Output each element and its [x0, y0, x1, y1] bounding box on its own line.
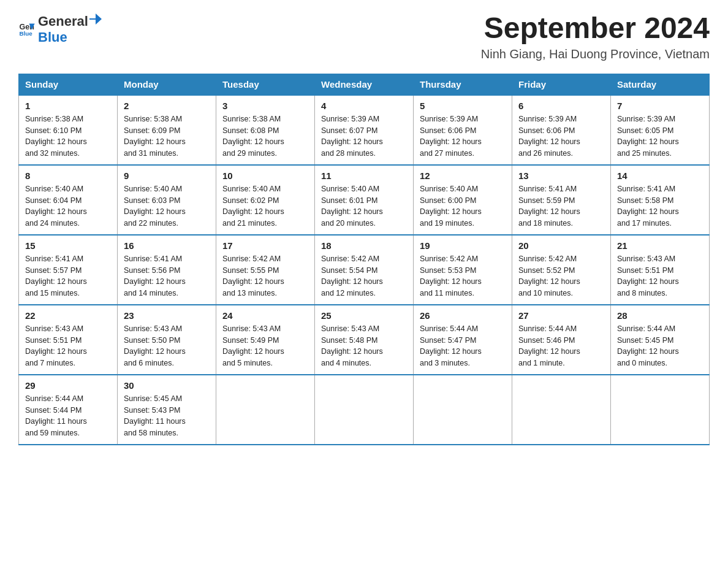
calendar-table: SundayMondayTuesdayWednesdayThursdayFrid… [18, 74, 710, 445]
calendar-cell: 16Sunrise: 5:41 AMSunset: 5:56 PMDayligh… [118, 235, 216, 305]
svg-marker-3 [89, 13, 102, 25]
day-info: Sunrise: 5:39 AMSunset: 6:06 PMDaylight:… [518, 113, 604, 159]
calendar-cell: 26Sunrise: 5:44 AMSunset: 5:47 PMDayligh… [414, 305, 512, 375]
month-title: September 2024 [481, 12, 710, 45]
calendar-cell: 9Sunrise: 5:40 AMSunset: 6:03 PMDaylight… [118, 165, 216, 235]
calendar-cell [315, 375, 414, 445]
day-number: 25 [321, 310, 407, 321]
calendar-cell: 27Sunrise: 5:44 AMSunset: 5:46 PMDayligh… [512, 305, 611, 375]
week-row-1: 1Sunrise: 5:38 AMSunset: 6:10 PMDaylight… [19, 95, 710, 165]
weekday-header-monday: Monday [118, 74, 216, 95]
day-info: Sunrise: 5:40 AMSunset: 6:00 PMDaylight:… [420, 183, 506, 229]
calendar-cell [216, 375, 315, 445]
day-number: 29 [25, 380, 111, 391]
day-info: Sunrise: 5:44 AMSunset: 5:45 PMDaylight:… [617, 323, 703, 369]
calendar-cell: 15Sunrise: 5:41 AMSunset: 5:57 PMDayligh… [19, 235, 118, 305]
day-number: 19 [420, 240, 506, 251]
title-area: September 2024 Ninh Giang, Hai Duong Pro… [481, 12, 710, 61]
day-number: 7 [617, 101, 703, 111]
day-number: 13 [518, 170, 604, 181]
header: Gen Blue General Blue September 2024 Nin… [18, 12, 710, 61]
day-info: Sunrise: 5:43 AMSunset: 5:51 PMDaylight:… [25, 323, 111, 369]
day-info: Sunrise: 5:42 AMSunset: 5:52 PMDaylight:… [518, 253, 604, 299]
day-number: 8 [25, 170, 111, 181]
day-info: Sunrise: 5:41 AMSunset: 5:56 PMDaylight:… [124, 253, 210, 299]
calendar-cell: 20Sunrise: 5:42 AMSunset: 5:52 PMDayligh… [512, 235, 611, 305]
day-info: Sunrise: 5:42 AMSunset: 5:55 PMDaylight:… [222, 253, 308, 299]
weekday-header-sunday: Sunday [19, 74, 118, 95]
svg-text:Blue: Blue [19, 30, 32, 37]
week-row-4: 22Sunrise: 5:43 AMSunset: 5:51 PMDayligh… [19, 305, 710, 375]
calendar-cell [512, 375, 611, 445]
day-info: Sunrise: 5:39 AMSunset: 6:05 PMDaylight:… [617, 113, 703, 159]
calendar-cell: 3Sunrise: 5:38 AMSunset: 6:08 PMDaylight… [216, 95, 315, 165]
calendar-cell: 28Sunrise: 5:44 AMSunset: 5:45 PMDayligh… [611, 305, 710, 375]
day-number: 23 [124, 310, 210, 321]
day-number: 17 [222, 240, 308, 251]
day-info: Sunrise: 5:44 AMSunset: 5:47 PMDaylight:… [420, 323, 506, 369]
calendar-cell: 8Sunrise: 5:40 AMSunset: 6:04 PMDaylight… [19, 165, 118, 235]
location-title: Ninh Giang, Hai Duong Province, Vietnam [481, 47, 710, 61]
day-number: 26 [420, 310, 506, 321]
day-info: Sunrise: 5:43 AMSunset: 5:49 PMDaylight:… [222, 323, 308, 369]
calendar-cell: 17Sunrise: 5:42 AMSunset: 5:55 PMDayligh… [216, 235, 315, 305]
calendar-cell: 10Sunrise: 5:40 AMSunset: 6:02 PMDayligh… [216, 165, 315, 235]
day-number: 15 [25, 240, 111, 251]
calendar-cell [414, 375, 512, 445]
weekday-header-thursday: Thursday [414, 74, 512, 95]
day-info: Sunrise: 5:38 AMSunset: 6:10 PMDaylight:… [25, 113, 111, 159]
day-number: 10 [222, 170, 308, 181]
day-info: Sunrise: 5:42 AMSunset: 5:53 PMDaylight:… [420, 253, 506, 299]
calendar-cell: 14Sunrise: 5:41 AMSunset: 5:58 PMDayligh… [611, 165, 710, 235]
day-number: 9 [124, 170, 210, 181]
calendar-cell: 6Sunrise: 5:39 AMSunset: 6:06 PMDaylight… [512, 95, 611, 165]
calendar-cell: 21Sunrise: 5:43 AMSunset: 5:51 PMDayligh… [611, 235, 710, 305]
day-number: 2 [124, 101, 210, 111]
calendar-cell: 29Sunrise: 5:44 AMSunset: 5:44 PMDayligh… [19, 375, 118, 445]
calendar-cell: 5Sunrise: 5:39 AMSunset: 6:06 PMDaylight… [414, 95, 512, 165]
calendar-cell: 18Sunrise: 5:42 AMSunset: 5:54 PMDayligh… [315, 235, 414, 305]
day-info: Sunrise: 5:41 AMSunset: 5:57 PMDaylight:… [25, 253, 111, 299]
day-number: 4 [321, 101, 407, 111]
day-number: 5 [420, 101, 506, 111]
calendar-cell: 23Sunrise: 5:43 AMSunset: 5:50 PMDayligh… [118, 305, 216, 375]
day-number: 12 [420, 170, 506, 181]
day-info: Sunrise: 5:42 AMSunset: 5:54 PMDaylight:… [321, 253, 407, 299]
day-number: 3 [222, 101, 308, 111]
day-info: Sunrise: 5:39 AMSunset: 6:06 PMDaylight:… [420, 113, 506, 159]
day-info: Sunrise: 5:39 AMSunset: 6:07 PMDaylight:… [321, 113, 407, 159]
day-info: Sunrise: 5:43 AMSunset: 5:51 PMDaylight:… [617, 253, 703, 299]
day-number: 21 [617, 240, 703, 251]
day-number: 27 [518, 310, 604, 321]
calendar-cell: 25Sunrise: 5:43 AMSunset: 5:48 PMDayligh… [315, 305, 414, 375]
week-row-5: 29Sunrise: 5:44 AMSunset: 5:44 PMDayligh… [19, 375, 710, 445]
calendar-cell: 2Sunrise: 5:38 AMSunset: 6:09 PMDaylight… [118, 95, 216, 165]
week-row-3: 15Sunrise: 5:41 AMSunset: 5:57 PMDayligh… [19, 235, 710, 305]
day-info: Sunrise: 5:44 AMSunset: 5:46 PMDaylight:… [518, 323, 604, 369]
logo-blue-text: Blue [38, 29, 67, 45]
day-number: 28 [617, 310, 703, 321]
weekday-header-tuesday: Tuesday [216, 74, 315, 95]
day-info: Sunrise: 5:43 AMSunset: 5:50 PMDaylight:… [124, 323, 210, 369]
calendar-cell: 7Sunrise: 5:39 AMSunset: 6:05 PMDaylight… [611, 95, 710, 165]
weekday-header-saturday: Saturday [611, 74, 710, 95]
logo: Gen Blue General Blue [18, 12, 104, 45]
weekday-header-friday: Friday [512, 74, 611, 95]
calendar-cell: 13Sunrise: 5:41 AMSunset: 5:59 PMDayligh… [512, 165, 611, 235]
day-number: 16 [124, 240, 210, 251]
logo-icon: Gen Blue [18, 20, 36, 37]
day-info: Sunrise: 5:44 AMSunset: 5:44 PMDaylight:… [25, 393, 111, 439]
calendar-cell: 4Sunrise: 5:39 AMSunset: 6:07 PMDaylight… [315, 95, 414, 165]
day-number: 24 [222, 310, 308, 321]
day-number: 30 [124, 380, 210, 391]
calendar-cell: 11Sunrise: 5:40 AMSunset: 6:01 PMDayligh… [315, 165, 414, 235]
day-info: Sunrise: 5:41 AMSunset: 5:58 PMDaylight:… [617, 183, 703, 229]
day-info: Sunrise: 5:45 AMSunset: 5:43 PMDaylight:… [124, 393, 210, 439]
day-info: Sunrise: 5:40 AMSunset: 6:03 PMDaylight:… [124, 183, 210, 229]
day-number: 6 [518, 101, 604, 111]
day-number: 1 [25, 101, 111, 111]
calendar-cell: 12Sunrise: 5:40 AMSunset: 6:00 PMDayligh… [414, 165, 512, 235]
day-number: 20 [518, 240, 604, 251]
calendar-cell: 19Sunrise: 5:42 AMSunset: 5:53 PMDayligh… [414, 235, 512, 305]
calendar-cell: 30Sunrise: 5:45 AMSunset: 5:43 PMDayligh… [118, 375, 216, 445]
